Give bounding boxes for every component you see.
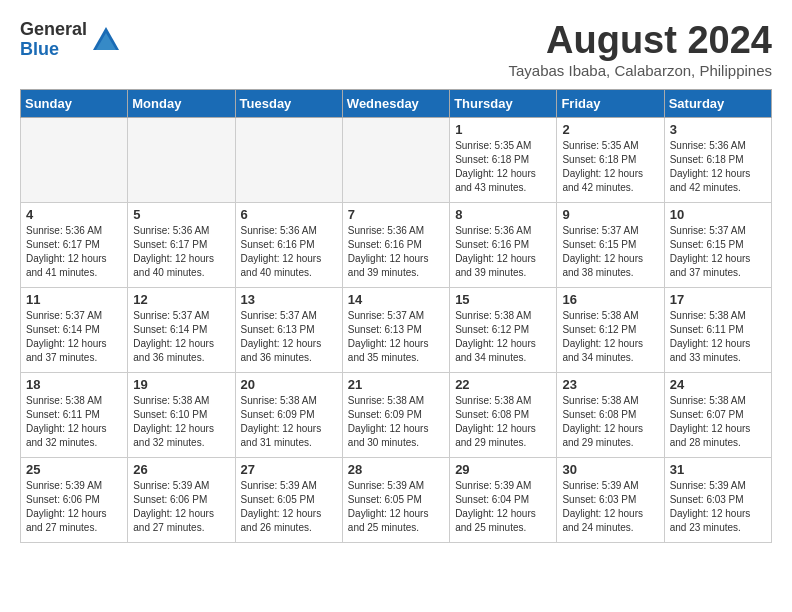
table-row (128, 117, 235, 202)
day-info: Sunrise: 5:39 AMSunset: 6:06 PMDaylight:… (26, 479, 122, 535)
day-info: Sunrise: 5:36 AMSunset: 6:17 PMDaylight:… (133, 224, 229, 280)
table-row: 12Sunrise: 5:37 AMSunset: 6:14 PMDayligh… (128, 287, 235, 372)
day-number: 13 (241, 292, 337, 307)
day-info: Sunrise: 5:38 AMSunset: 6:09 PMDaylight:… (348, 394, 444, 450)
day-number: 18 (26, 377, 122, 392)
day-info: Sunrise: 5:37 AMSunset: 6:14 PMDaylight:… (133, 309, 229, 365)
day-info: Sunrise: 5:38 AMSunset: 6:10 PMDaylight:… (133, 394, 229, 450)
calendar-week-3: 11Sunrise: 5:37 AMSunset: 6:14 PMDayligh… (21, 287, 772, 372)
table-row: 14Sunrise: 5:37 AMSunset: 6:13 PMDayligh… (342, 287, 449, 372)
day-number: 7 (348, 207, 444, 222)
day-number: 24 (670, 377, 766, 392)
day-number: 6 (241, 207, 337, 222)
table-row: 25Sunrise: 5:39 AMSunset: 6:06 PMDayligh… (21, 457, 128, 542)
page-header: General Blue August 2024 Tayabas Ibaba, … (20, 20, 772, 79)
day-number: 21 (348, 377, 444, 392)
day-number: 5 (133, 207, 229, 222)
logo-icon (91, 25, 121, 55)
day-info: Sunrise: 5:36 AMSunset: 6:16 PMDaylight:… (455, 224, 551, 280)
day-number: 27 (241, 462, 337, 477)
day-number: 29 (455, 462, 551, 477)
day-number: 26 (133, 462, 229, 477)
day-number: 25 (26, 462, 122, 477)
day-info: Sunrise: 5:39 AMSunset: 6:05 PMDaylight:… (348, 479, 444, 535)
day-info: Sunrise: 5:39 AMSunset: 6:04 PMDaylight:… (455, 479, 551, 535)
table-row: 31Sunrise: 5:39 AMSunset: 6:03 PMDayligh… (664, 457, 771, 542)
table-row: 4Sunrise: 5:36 AMSunset: 6:17 PMDaylight… (21, 202, 128, 287)
day-number: 9 (562, 207, 658, 222)
header-sunday: Sunday (21, 89, 128, 117)
table-row: 6Sunrise: 5:36 AMSunset: 6:16 PMDaylight… (235, 202, 342, 287)
day-info: Sunrise: 5:36 AMSunset: 6:18 PMDaylight:… (670, 139, 766, 195)
table-row: 1Sunrise: 5:35 AMSunset: 6:18 PMDaylight… (450, 117, 557, 202)
table-row: 16Sunrise: 5:38 AMSunset: 6:12 PMDayligh… (557, 287, 664, 372)
month-year-title: August 2024 (508, 20, 772, 62)
table-row: 9Sunrise: 5:37 AMSunset: 6:15 PMDaylight… (557, 202, 664, 287)
day-info: Sunrise: 5:36 AMSunset: 6:16 PMDaylight:… (348, 224, 444, 280)
logo[interactable]: General Blue (20, 20, 121, 60)
calendar-week-5: 25Sunrise: 5:39 AMSunset: 6:06 PMDayligh… (21, 457, 772, 542)
calendar-header-row: Sunday Monday Tuesday Wednesday Thursday… (21, 89, 772, 117)
day-number: 2 (562, 122, 658, 137)
table-row: 5Sunrise: 5:36 AMSunset: 6:17 PMDaylight… (128, 202, 235, 287)
day-number: 30 (562, 462, 658, 477)
day-number: 14 (348, 292, 444, 307)
day-number: 20 (241, 377, 337, 392)
day-info: Sunrise: 5:36 AMSunset: 6:16 PMDaylight:… (241, 224, 337, 280)
day-info: Sunrise: 5:37 AMSunset: 6:13 PMDaylight:… (241, 309, 337, 365)
day-info: Sunrise: 5:37 AMSunset: 6:13 PMDaylight:… (348, 309, 444, 365)
table-row: 3Sunrise: 5:36 AMSunset: 6:18 PMDaylight… (664, 117, 771, 202)
day-number: 4 (26, 207, 122, 222)
table-row: 27Sunrise: 5:39 AMSunset: 6:05 PMDayligh… (235, 457, 342, 542)
header-monday: Monday (128, 89, 235, 117)
day-number: 17 (670, 292, 766, 307)
calendar-table: Sunday Monday Tuesday Wednesday Thursday… (20, 89, 772, 543)
table-row: 11Sunrise: 5:37 AMSunset: 6:14 PMDayligh… (21, 287, 128, 372)
table-row: 20Sunrise: 5:38 AMSunset: 6:09 PMDayligh… (235, 372, 342, 457)
day-number: 12 (133, 292, 229, 307)
day-number: 16 (562, 292, 658, 307)
day-info: Sunrise: 5:39 AMSunset: 6:03 PMDaylight:… (562, 479, 658, 535)
header-thursday: Thursday (450, 89, 557, 117)
day-info: Sunrise: 5:35 AMSunset: 6:18 PMDaylight:… (455, 139, 551, 195)
table-row: 21Sunrise: 5:38 AMSunset: 6:09 PMDayligh… (342, 372, 449, 457)
day-info: Sunrise: 5:37 AMSunset: 6:15 PMDaylight:… (562, 224, 658, 280)
table-row: 23Sunrise: 5:38 AMSunset: 6:08 PMDayligh… (557, 372, 664, 457)
day-info: Sunrise: 5:38 AMSunset: 6:09 PMDaylight:… (241, 394, 337, 450)
table-row: 22Sunrise: 5:38 AMSunset: 6:08 PMDayligh… (450, 372, 557, 457)
calendar-week-4: 18Sunrise: 5:38 AMSunset: 6:11 PMDayligh… (21, 372, 772, 457)
table-row: 8Sunrise: 5:36 AMSunset: 6:16 PMDaylight… (450, 202, 557, 287)
day-number: 1 (455, 122, 551, 137)
calendar-week-1: 1Sunrise: 5:35 AMSunset: 6:18 PMDaylight… (21, 117, 772, 202)
day-info: Sunrise: 5:38 AMSunset: 6:08 PMDaylight:… (562, 394, 658, 450)
header-tuesday: Tuesday (235, 89, 342, 117)
day-info: Sunrise: 5:38 AMSunset: 6:11 PMDaylight:… (26, 394, 122, 450)
location-subtitle: Tayabas Ibaba, Calabarzon, Philippines (508, 62, 772, 79)
header-wednesday: Wednesday (342, 89, 449, 117)
day-number: 22 (455, 377, 551, 392)
table-row: 7Sunrise: 5:36 AMSunset: 6:16 PMDaylight… (342, 202, 449, 287)
day-number: 11 (26, 292, 122, 307)
day-info: Sunrise: 5:38 AMSunset: 6:07 PMDaylight:… (670, 394, 766, 450)
day-info: Sunrise: 5:38 AMSunset: 6:11 PMDaylight:… (670, 309, 766, 365)
table-row: 29Sunrise: 5:39 AMSunset: 6:04 PMDayligh… (450, 457, 557, 542)
day-number: 10 (670, 207, 766, 222)
table-row: 28Sunrise: 5:39 AMSunset: 6:05 PMDayligh… (342, 457, 449, 542)
header-saturday: Saturday (664, 89, 771, 117)
table-row: 30Sunrise: 5:39 AMSunset: 6:03 PMDayligh… (557, 457, 664, 542)
day-info: Sunrise: 5:37 AMSunset: 6:14 PMDaylight:… (26, 309, 122, 365)
day-number: 31 (670, 462, 766, 477)
logo-blue: Blue (20, 40, 87, 60)
table-row: 18Sunrise: 5:38 AMSunset: 6:11 PMDayligh… (21, 372, 128, 457)
day-info: Sunrise: 5:39 AMSunset: 6:03 PMDaylight:… (670, 479, 766, 535)
day-number: 8 (455, 207, 551, 222)
logo-general: General (20, 20, 87, 40)
day-info: Sunrise: 5:39 AMSunset: 6:05 PMDaylight:… (241, 479, 337, 535)
day-info: Sunrise: 5:36 AMSunset: 6:17 PMDaylight:… (26, 224, 122, 280)
table-row (342, 117, 449, 202)
table-row: 19Sunrise: 5:38 AMSunset: 6:10 PMDayligh… (128, 372, 235, 457)
table-row: 10Sunrise: 5:37 AMSunset: 6:15 PMDayligh… (664, 202, 771, 287)
table-row: 2Sunrise: 5:35 AMSunset: 6:18 PMDaylight… (557, 117, 664, 202)
table-row: 13Sunrise: 5:37 AMSunset: 6:13 PMDayligh… (235, 287, 342, 372)
day-number: 28 (348, 462, 444, 477)
